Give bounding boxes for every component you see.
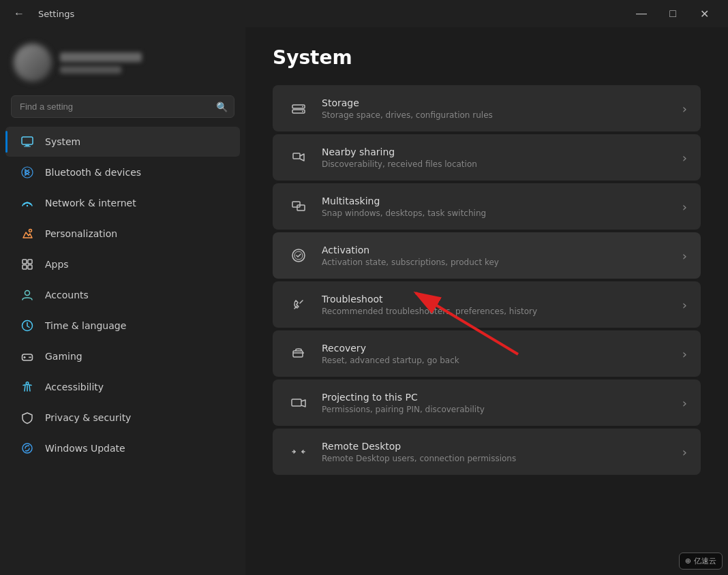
svg-point-4 bbox=[27, 205, 28, 206]
sidebar-item-label: Personalization bbox=[45, 228, 117, 239]
svg-rect-9 bbox=[28, 265, 32, 269]
sidebar-item-privacy[interactable]: Privacy & security bbox=[5, 403, 240, 433]
svg-point-10 bbox=[25, 291, 30, 296]
chevron-right-icon: › bbox=[682, 445, 687, 459]
sidebar-item-accessibility[interactable]: Accessibility bbox=[5, 372, 240, 402]
settings-item-troubleshoot[interactable]: Troubleshoot Recommended troubleshooters… bbox=[273, 281, 701, 328]
svg-point-19 bbox=[302, 106, 303, 108]
settings-item-activation[interactable]: Activation Activation state, subscriptio… bbox=[273, 232, 701, 279]
watermark: ⊕ 亿速云 bbox=[679, 553, 723, 570]
apps-icon bbox=[19, 256, 35, 273]
recovery-icon bbox=[286, 341, 311, 366]
item-text-troubleshoot: Troubleshoot Recommended troubleshooters… bbox=[322, 294, 674, 316]
profile-email bbox=[60, 66, 121, 74]
sidebar-item-gaming[interactable]: Gaming bbox=[5, 341, 240, 371]
sidebar-item-label: System bbox=[45, 136, 80, 147]
sidebar-item-bluetooth[interactable]: Bluetooth & devices bbox=[5, 157, 240, 187]
item-title-recovery: Recovery bbox=[322, 343, 674, 354]
personalization-icon bbox=[19, 226, 35, 242]
sidebar-item-apps[interactable]: Apps bbox=[5, 249, 240, 279]
maximize-button[interactable]: □ bbox=[657, 3, 688, 25]
storage-icon bbox=[286, 96, 311, 121]
activation-icon bbox=[286, 243, 311, 268]
item-subtitle-remote-desktop: Remote Desktop users, connection permiss… bbox=[322, 454, 674, 463]
sidebar-item-accounts[interactable]: Accounts bbox=[5, 280, 240, 310]
svg-point-15 bbox=[26, 382, 29, 385]
content-wrapper: System Storage Storage space, drives, co… bbox=[245, 27, 728, 575]
settings-item-recovery[interactable]: Recovery Reset, advanced startup, go bac… bbox=[273, 330, 701, 377]
chevron-right-icon: › bbox=[682, 249, 687, 263]
page-title: System bbox=[273, 46, 701, 69]
chevron-right-icon: › bbox=[682, 347, 687, 361]
svg-point-20 bbox=[302, 111, 303, 112]
item-subtitle-nearby-sharing: Discoverability, received files location bbox=[322, 159, 674, 169]
sidebar-item-label: Network & internet bbox=[45, 198, 136, 208]
svg-rect-26 bbox=[293, 351, 303, 357]
sidebar-item-label: Time & language bbox=[45, 320, 126, 331]
profile-text bbox=[60, 52, 232, 74]
item-title-storage: Storage bbox=[322, 97, 674, 108]
svg-point-14 bbox=[30, 357, 31, 358]
settings-list: Storage Storage space, drives, configura… bbox=[273, 85, 701, 475]
sidebar-item-label: Windows Update bbox=[45, 443, 125, 454]
svg-point-5 bbox=[29, 230, 32, 232]
item-text-recovery: Recovery Reset, advanced startup, go bac… bbox=[322, 343, 674, 365]
close-button[interactable]: ✕ bbox=[688, 3, 720, 25]
settings-item-nearby-sharing[interactable]: Nearby sharing Discoverability, received… bbox=[273, 134, 701, 181]
projecting-icon bbox=[286, 390, 311, 415]
svg-rect-27 bbox=[292, 399, 301, 406]
item-text-activation: Activation Activation state, subscriptio… bbox=[322, 245, 674, 267]
svg-point-13 bbox=[29, 357, 30, 358]
settings-item-storage[interactable]: Storage Storage space, drives, configura… bbox=[273, 85, 701, 131]
sidebar-item-system[interactable]: System bbox=[5, 127, 240, 157]
sidebar-item-time[interactable]: Time & language bbox=[5, 311, 240, 341]
settings-item-remote-desktop[interactable]: Remote Desktop Remote Desktop users, con… bbox=[273, 429, 701, 475]
item-title-nearby-sharing: Nearby sharing bbox=[322, 146, 674, 157]
bluetooth-icon bbox=[19, 164, 35, 181]
minimize-button[interactable]: — bbox=[626, 3, 657, 25]
sidebar-item-personalization[interactable]: Personalization bbox=[5, 219, 240, 249]
accounts-icon bbox=[19, 287, 35, 303]
search-box[interactable]: 🔍 bbox=[11, 95, 234, 118]
sidebar-item-label: Privacy & security bbox=[45, 412, 131, 423]
sidebar-nav: System Bluetooth & devices Network & int… bbox=[0, 126, 245, 575]
sidebar-item-label: Apps bbox=[45, 259, 69, 270]
accessibility-icon bbox=[19, 379, 35, 395]
sidebar-item-update[interactable]: Windows Update bbox=[5, 433, 240, 463]
chevron-right-icon: › bbox=[682, 151, 687, 165]
svg-rect-1 bbox=[25, 145, 29, 146]
item-title-activation: Activation bbox=[322, 245, 674, 255]
system-icon bbox=[19, 134, 35, 150]
svg-rect-23 bbox=[297, 205, 305, 211]
chevron-right-icon: › bbox=[682, 396, 687, 410]
gaming-icon bbox=[19, 348, 35, 364]
app-title: Settings bbox=[38, 9, 74, 19]
settings-item-multitasking[interactable]: Multitasking Snap windows, desktops, tas… bbox=[273, 183, 701, 230]
svg-point-3 bbox=[22, 167, 33, 178]
profile-name bbox=[60, 52, 142, 62]
multitasking-icon bbox=[286, 194, 311, 219]
item-subtitle-multitasking: Snap windows, desktops, task switching bbox=[322, 208, 674, 218]
item-text-projecting: Projecting to this PC Permissions, pairi… bbox=[322, 392, 674, 414]
content-area: System Storage Storage space, drives, co… bbox=[245, 27, 728, 505]
settings-item-projecting[interactable]: Projecting to this PC Permissions, pairi… bbox=[273, 379, 701, 426]
sidebar-item-label: Bluetooth & devices bbox=[45, 167, 141, 178]
back-button[interactable]: ← bbox=[8, 5, 30, 22]
sidebar-item-network[interactable]: Network & internet bbox=[5, 188, 240, 218]
chevron-right-icon: › bbox=[682, 298, 687, 312]
item-title-remote-desktop: Remote Desktop bbox=[322, 441, 674, 452]
item-subtitle-storage: Storage space, drives, configuration rul… bbox=[322, 110, 674, 120]
svg-rect-8 bbox=[22, 265, 27, 269]
item-subtitle-troubleshoot: Recommended troubleshooters, preferences… bbox=[322, 307, 674, 316]
search-icon: 🔍 bbox=[216, 102, 228, 112]
item-subtitle-projecting: Permissions, pairing PIN, discoverabilit… bbox=[322, 405, 674, 414]
search-input[interactable] bbox=[11, 95, 234, 118]
sidebar: 🔍 System Bluetooth & devices Network & i… bbox=[0, 27, 245, 575]
item-subtitle-recovery: Reset, advanced startup, go back bbox=[322, 356, 674, 365]
profile-section bbox=[0, 33, 245, 95]
svg-rect-21 bbox=[293, 153, 300, 159]
avatar bbox=[14, 44, 52, 82]
sidebar-item-label: Gaming bbox=[45, 351, 82, 362]
item-title-projecting: Projecting to this PC bbox=[322, 392, 674, 403]
window-controls: — □ ✕ bbox=[626, 3, 720, 25]
